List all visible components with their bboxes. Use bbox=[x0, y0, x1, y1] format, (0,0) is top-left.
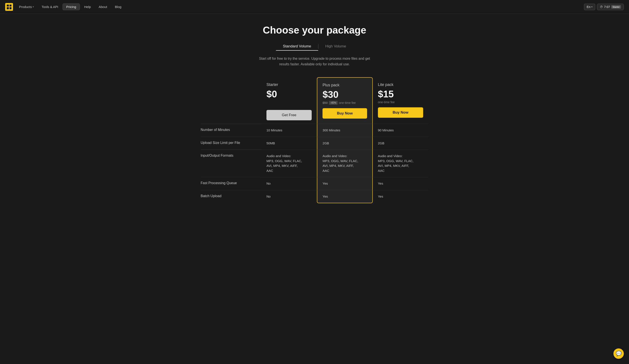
language-selector[interactable]: En ▾ bbox=[584, 4, 595, 10]
main-content: Choose your package Standard Volume High… bbox=[195, 14, 434, 214]
plus-plan-name: Plus pack bbox=[322, 83, 367, 87]
nav-links: Products ▾ Tools & API Pricing Help Abou… bbox=[15, 3, 125, 10]
plus-minutes: 300 Minutes bbox=[317, 124, 372, 137]
subtitle: Start off for free to try the service. U… bbox=[254, 56, 375, 67]
feature-label-formats: Input/Output Formats bbox=[201, 149, 261, 177]
tabs: Standard Volume High Volume bbox=[201, 42, 428, 51]
plus-fast_queue: Yes bbox=[317, 177, 372, 190]
starter-batch_upload: No bbox=[261, 190, 317, 203]
starter-upload_size: 50MB bbox=[261, 137, 317, 150]
nav-pricing[interactable]: Pricing bbox=[63, 3, 80, 10]
starter-fast_queue: No bbox=[261, 177, 317, 190]
plus-batch_upload: Yes bbox=[317, 190, 372, 203]
plus-discount-badge: -40% bbox=[329, 101, 338, 105]
plus-plan-price-sub: $50 -40% one-time fee bbox=[322, 101, 367, 105]
lite-cta-button[interactable]: Buy Now bbox=[378, 107, 423, 118]
nav-about[interactable]: About bbox=[95, 4, 111, 10]
starter-plan-price: $0 bbox=[266, 89, 312, 100]
lite-plan-price: $15 bbox=[378, 89, 423, 100]
page-title: Choose your package bbox=[201, 24, 428, 36]
feature-label-minutes: Number of Minutes bbox=[201, 124, 261, 137]
plus-original-price: $50 bbox=[322, 101, 327, 105]
plus-cta-button[interactable]: Buy Now bbox=[322, 108, 367, 119]
plus-upload_size: 2GB bbox=[317, 137, 372, 150]
clock-icon: ⏱ bbox=[600, 5, 603, 9]
feature-label-batch_upload: Batch Upload bbox=[201, 190, 261, 203]
timer-button[interactable]: ⏱ 7:07 Starter bbox=[597, 4, 624, 10]
feature-label-upload_size: Upload Size Limit per File bbox=[201, 137, 261, 150]
nav-right: En ▾ ⏱ 7:07 Starter bbox=[584, 4, 624, 10]
plus-formats: Audio and Video: MP3, OGG, WAV, FLAC, AV… bbox=[317, 149, 372, 177]
nav-help[interactable]: Help bbox=[81, 4, 94, 10]
chevron-down-icon: ▾ bbox=[591, 6, 592, 8]
starter-plan-header: Starter $0 Get Free bbox=[261, 77, 317, 124]
nav-products[interactable]: Products ▾ bbox=[15, 4, 37, 10]
starter-formats: Audio and Video: MP3, OGG, WAV, FLAC, AV… bbox=[261, 149, 317, 177]
lite-formats: Audio and Video: MP3, OGG, WAV, FLAC, AV… bbox=[373, 149, 428, 177]
user-badge: Starter bbox=[611, 5, 621, 9]
lite-upload_size: 2GB bbox=[373, 137, 428, 150]
lite-plan-header: Lite pack $15 one-time fee Buy Now bbox=[373, 77, 428, 124]
plus-plan-price: $30 bbox=[322, 89, 367, 100]
logo[interactable] bbox=[5, 3, 13, 11]
chat-icon: 💬 bbox=[616, 351, 622, 357]
nav-tools[interactable]: Tools & API bbox=[38, 4, 62, 10]
plus-plan-header: Plus pack $30 $50 -40% one-time fee Buy … bbox=[317, 77, 372, 124]
lite-fast_queue: Yes bbox=[373, 177, 428, 190]
nav-blog[interactable]: Blog bbox=[112, 4, 125, 10]
starter-plan-name: Starter bbox=[266, 82, 312, 87]
starter-minutes: 10 Minutes bbox=[261, 124, 317, 137]
lite-plan-price-sub: one-time fee bbox=[378, 100, 423, 104]
tab-high-volume[interactable]: High Volume bbox=[318, 42, 353, 51]
lite-batch_upload: Yes bbox=[373, 190, 428, 203]
starter-cta-button[interactable]: Get Free bbox=[266, 110, 312, 120]
tab-standard[interactable]: Standard Volume bbox=[276, 42, 318, 51]
pricing-table: Starter $0 Get Free Plus pack $30 $50 -4… bbox=[201, 77, 428, 203]
chevron-down-icon: ▾ bbox=[33, 6, 34, 8]
lite-minutes: 90 Minutes bbox=[373, 124, 428, 137]
empty-header-cell bbox=[201, 77, 261, 124]
chat-button[interactable]: 💬 bbox=[614, 349, 624, 359]
lite-plan-name: Lite pack bbox=[378, 82, 423, 87]
navbar: Products ▾ Tools & API Pricing Help Abou… bbox=[0, 0, 629, 14]
feature-label-fast_queue: Fast Processing Queue bbox=[201, 177, 261, 190]
